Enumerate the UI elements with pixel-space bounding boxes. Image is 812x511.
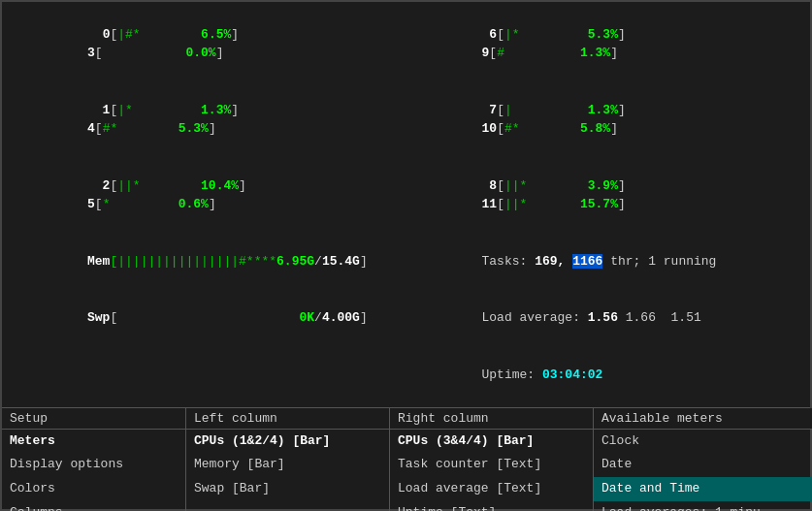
- available-meters-header: Available meters: [594, 408, 812, 430]
- swp-line: Swp[ 0K/4.00G]: [12, 290, 406, 347]
- meter-item-datetime[interactable]: Date and Time: [594, 477, 812, 501]
- left-col-item-cpus[interactable]: CPUs (1&2/4) [Bar]: [186, 430, 389, 454]
- stats-left: 0[|#* 6.5%] 3[ 0.0%] 1[|* 1.3%] 4[#* 5.3…: [12, 6, 406, 403]
- tasks-highlight: 1166: [572, 254, 602, 269]
- left-col-item-swap[interactable]: Swap [Bar]: [186, 477, 389, 501]
- mem-line: Mem[||||||||||||||||#****6.95G/15.4G]: [12, 233, 406, 290]
- available-meters-header-label: Available meters: [601, 411, 723, 426]
- top-stats-area: 0[|#* 6.5%] 3[ 0.0%] 1[|* 1.3%] 4[#* 5.3…: [2, 2, 810, 407]
- right-col-item-load[interactable]: Load average [Text]: [390, 477, 593, 501]
- right-column-header-label: Right column: [398, 411, 489, 426]
- cpu0-label: [87, 27, 103, 42]
- meter-item-clock[interactable]: Clock: [594, 430, 812, 454]
- terminal-window: 0[|#* 6.5%] 3[ 0.0%] 1[|* 1.3%] 4[#* 5.3…: [0, 0, 812, 511]
- right-col-item-cpus[interactable]: CPUs (3&4/4) [Bar]: [390, 430, 593, 454]
- cpu6-line: 6[|* 5.3%] 9[# 1.3%]: [406, 6, 801, 81]
- cpu7-line: 7[| 1.3%] 10[#* 5.8%]: [406, 81, 801, 157]
- setup-item-display[interactable]: Display options: [2, 453, 185, 477]
- cpu1-line: 1[|* 1.3%] 4[#* 5.3%]: [12, 81, 406, 157]
- meter-item-date[interactable]: Date: [594, 453, 812, 477]
- stats-right: 6[|* 5.3%] 9[# 1.3%] 7[| 1.3%] 10[#* 5.8…: [406, 6, 801, 403]
- tasks-line: Tasks: 169, 1166 thr; 1 running: [406, 233, 801, 290]
- setup-header-label: Setup: [10, 411, 48, 426]
- uptime-line: Uptime: 03:04:02: [406, 346, 801, 403]
- left-column-panel: Left column CPUs (1&2/4) [Bar] Memory [B…: [186, 408, 390, 512]
- right-column-header: Right column: [390, 408, 593, 430]
- right-col-item-uptime[interactable]: Uptime [Text]: [390, 501, 593, 511]
- left-column-header: Left column: [186, 408, 389, 430]
- setup-panel: Setup Meters Display options Colors Colu…: [2, 408, 186, 512]
- right-column-panel: Right column CPUs (3&4/4) [Bar] Task cou…: [390, 408, 594, 512]
- cpu0-line: 0[|#* 6.5%] 3[ 0.0%]: [12, 6, 406, 81]
- setup-panel-header: Setup: [2, 408, 185, 430]
- main-panels: Setup Meters Display options Colors Colu…: [2, 407, 810, 512]
- load-line: Load average: 1.56 1.66 1.51: [406, 290, 801, 347]
- setup-item-columns[interactable]: Columns: [2, 501, 185, 511]
- left-col-item-memory[interactable]: Memory [Bar]: [186, 453, 389, 477]
- left-column-header-label: Left column: [194, 411, 277, 426]
- cpu8-line: 8[||* 3.9%] 11[||* 15.7%]: [406, 157, 801, 233]
- setup-item-colors[interactable]: Colors: [2, 477, 185, 501]
- setup-item-meters[interactable]: Meters: [2, 430, 185, 454]
- meter-item-load-avg[interactable]: Load averages: 1 minu: [594, 501, 812, 511]
- cpu2-line: 2[||* 10.4%] 5[* 0.6%]: [12, 157, 406, 233]
- available-meters-panel: Available meters Clock Date Date and Tim…: [594, 408, 812, 512]
- right-col-item-task[interactable]: Task counter [Text]: [390, 453, 593, 477]
